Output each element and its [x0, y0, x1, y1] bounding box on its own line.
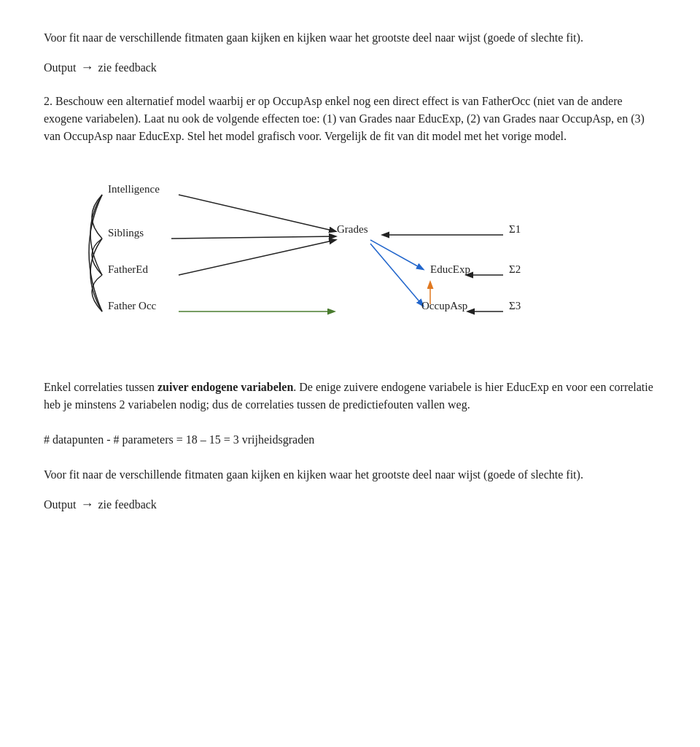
- diagram-svg: [95, 167, 605, 357]
- node-occupasp: OccupAsp: [421, 300, 467, 312]
- arrow-icon-2: →: [80, 497, 93, 512]
- arrow-siblings-grades: [171, 236, 335, 239]
- node-sigma2: Σ2: [509, 263, 521, 276]
- paragraph-2: 2. Beschouw een alternatief model waarbi…: [44, 93, 656, 145]
- arrow-grades-educexp: [370, 240, 423, 269]
- paragraph-5: Voor fit naar de verschillende fitmaten …: [44, 466, 656, 484]
- node-sigma1: Σ1: [509, 223, 521, 236]
- node-fatherocc: Father Occ: [108, 300, 156, 312]
- output-text-1: zie feedback: [98, 61, 156, 74]
- paragraph-2-text: Beschouw een alternatief model waarbij e…: [44, 95, 645, 142]
- paragraph-4-text: # datapunten - # parameters = 18 – 15 = …: [44, 433, 314, 446]
- diagram: Intelligence Siblings FatherEd Father Oc…: [95, 167, 605, 357]
- paragraph-1: Voor fit naar de verschillende fitmaten …: [44, 29, 656, 47]
- arrow-grades-occupasp: [370, 244, 423, 306]
- paragraph-2-number: 2.: [44, 95, 52, 107]
- paragraph-1-text: Voor fit naar de verschillende fitmaten …: [44, 31, 583, 44]
- node-educexp: EducExp: [430, 263, 470, 276]
- node-intelligence: Intelligence: [108, 183, 160, 196]
- arrow-icon-1: →: [80, 60, 93, 75]
- output-line-2: Output → zie feedback: [44, 497, 656, 512]
- node-siblings: Siblings: [108, 227, 144, 239]
- node-fathered: FatherEd: [108, 263, 148, 276]
- node-sigma3: Σ3: [509, 300, 521, 312]
- output-label-1: Output: [44, 61, 76, 74]
- output-line-1: Output → zie feedback: [44, 60, 656, 75]
- node-grades: Grades: [337, 223, 368, 236]
- paragraph-5-text: Voor fit naar de verschillende fitmaten …: [44, 468, 583, 481]
- arrow-fathered-grades: [179, 240, 335, 275]
- paragraph-3: Enkel correlaties tussen zuiver endogene…: [44, 379, 656, 414]
- output-text-2: zie feedback: [98, 498, 156, 511]
- paragraph-3-intro: Enkel correlaties tussen: [44, 381, 158, 393]
- paragraph-3-bold: zuiver endogene variabelen: [158, 381, 293, 393]
- corr-intel-fatherocc: [89, 195, 102, 311]
- corr-intel-fathered: [90, 195, 102, 275]
- paragraph-4: # datapunten - # parameters = 18 – 15 = …: [44, 431, 656, 449]
- arrow-intel-grades: [179, 195, 335, 231]
- output-label-2: Output: [44, 498, 76, 511]
